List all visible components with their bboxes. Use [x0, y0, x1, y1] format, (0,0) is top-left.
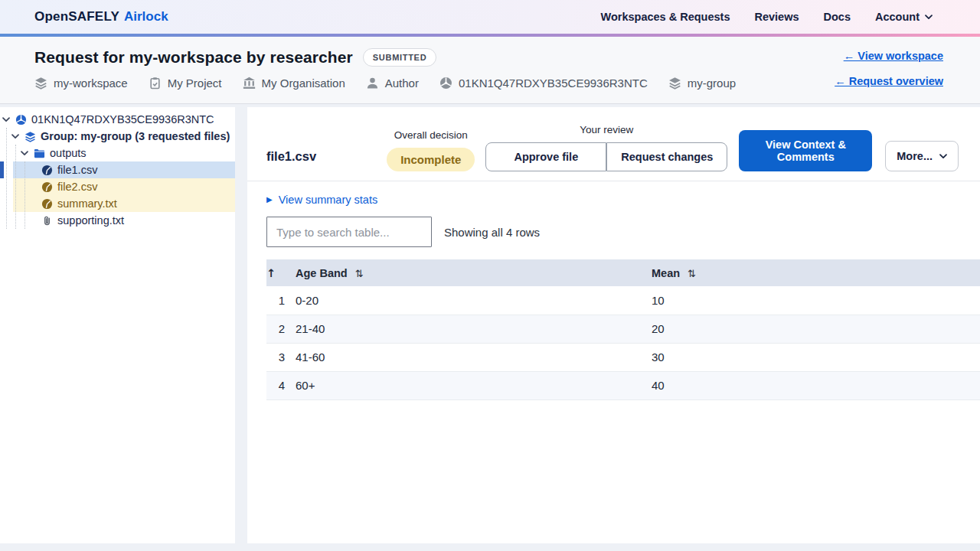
request-overview-link[interactable]: ← Request overview — [835, 75, 943, 87]
table-controls: Showing all 4 rows — [266, 217, 980, 247]
disclosure-triangle-icon: ▶ — [266, 196, 273, 204]
row-index: 2 — [266, 315, 296, 343]
column-header-mean[interactable]: Mean⇅ — [652, 259, 980, 286]
table-row: 1 0-20 10 — [266, 286, 980, 315]
meta-group: my-group — [668, 77, 736, 90]
tree-file-file1[interactable]: file1.csv — [0, 161, 235, 178]
view-context-comments-button[interactable]: View Context & Comments — [739, 130, 872, 171]
chevron-down-icon[interactable] — [2, 116, 11, 124]
file-detail-panel: file1.csv Overall decision Incomplete Yo… — [247, 107, 980, 543]
overall-decision-block: Overall decision Incomplete — [387, 129, 475, 171]
meta-organisation-label: My Organisation — [262, 77, 345, 90]
layers-icon — [34, 77, 47, 90]
meta-request-id: 01KN1Q47RDXYB35CE9936R3NTC — [439, 77, 648, 90]
row-index: 3 — [266, 343, 296, 371]
chevron-down-icon — [925, 15, 933, 20]
paperclip-icon — [41, 215, 53, 227]
request-header: Request for my-workspace by researcher S… — [0, 37, 980, 104]
cell-mean: 40 — [652, 371, 980, 399]
tree-file-summary[interactable]: summary.txt — [0, 195, 235, 212]
chevron-down-icon — [939, 154, 947, 159]
page-title: Request for my-workspace by researcher — [34, 48, 353, 67]
clipboard-icon — [149, 77, 162, 90]
csv-file-icon — [41, 198, 53, 210]
tree-node-outputs-label: outputs — [50, 147, 87, 159]
meta-group-label: my-group — [688, 77, 736, 90]
view-summary-stats-toggle[interactable]: ▶ View summary stats — [266, 194, 377, 206]
cell-mean: 10 — [652, 286, 980, 315]
meta-project-label: My Project — [168, 77, 222, 90]
cell-age-band: 60+ — [296, 371, 652, 399]
sort-icon: ⇅ — [688, 268, 696, 279]
nav-account-label: Account — [875, 11, 920, 23]
cell-age-band: 41-60 — [296, 343, 652, 371]
cell-age-band: 0-20 — [296, 286, 652, 315]
tree-file-summary-label: summary.txt — [57, 197, 117, 210]
table-row: 4 60+ 40 — [266, 371, 980, 399]
table-search-input[interactable] — [266, 217, 432, 247]
cell-mean: 20 — [652, 315, 980, 343]
tree-file-file1-label: file1.csv — [57, 164, 97, 176]
logo-opensafely: OpenSAFELY — [34, 9, 119, 24]
request-icon — [439, 77, 452, 90]
folder-icon — [34, 148, 45, 159]
review-button-group: Approve file Request changes — [485, 142, 727, 171]
status-badge: SUBMITTED — [363, 48, 436, 67]
top-navigation: OpenSAFELY Airlock Workspaces & Requests… — [0, 0, 980, 34]
csv-file-icon — [41, 165, 53, 176]
row-index: 4 — [266, 371, 296, 399]
app-logo[interactable]: OpenSAFELY Airlock — [34, 9, 168, 24]
tree-guide-line — [24, 161, 25, 229]
request-changes-button[interactable]: Request changes — [606, 142, 727, 171]
nav-reviews[interactable]: Reviews — [754, 11, 799, 23]
tree-file-supporting-label: supporting.txt — [57, 214, 124, 227]
tree-node-request-label: 01KN1Q47RDXYB35CE9936R3NTC — [31, 113, 214, 126]
meta-request-id-label: 01KN1Q47RDXYB35CE9936R3NTC — [459, 77, 648, 90]
tree-file-supporting[interactable]: supporting.txt — [0, 212, 235, 229]
index-sort-header[interactable]: ↑ — [266, 259, 296, 286]
tree-file-file2[interactable]: file2.csv — [0, 178, 235, 195]
request-icon — [15, 114, 27, 126]
csv-file-icon — [41, 181, 53, 193]
table-row: 2 21-40 20 — [266, 315, 980, 343]
meta-organisation: My Organisation — [243, 77, 345, 90]
sort-icon: ⇅ — [355, 268, 364, 279]
meta-author: Author — [366, 77, 419, 90]
row-count-text: Showing all 4 rows — [444, 226, 540, 239]
file-review-toolbar: file1.csv Overall decision Incomplete Yo… — [266, 124, 980, 171]
more-button-label: More... — [897, 150, 933, 162]
age-band-header-label: Age Band — [296, 267, 348, 279]
tree-guide-line — [15, 145, 16, 229]
meta-workspace-label: my-workspace — [54, 77, 128, 90]
nav-workspaces-requests[interactable]: Workspaces & Requests — [601, 11, 730, 23]
view-workspace-link[interactable]: ← View workspace — [844, 50, 943, 62]
file-title: file1.csv — [266, 149, 316, 164]
file-tree-sidebar: 01KN1Q47RDXYB35CE9936R3NTC Group: my-gro… — [0, 107, 235, 543]
nav-account[interactable]: Account — [875, 11, 933, 23]
nav-docs[interactable]: Docs — [824, 11, 851, 23]
request-meta: my-workspace My Project My Organisation … — [34, 77, 736, 90]
nav-menu: Workspaces & Requests Reviews Docs Accou… — [601, 11, 933, 23]
sort-asc-icon: ↑ — [266, 267, 276, 279]
your-review-block: Your review Approve file Request changes — [485, 124, 727, 171]
column-header-age-band[interactable]: Age Band⇅ — [296, 259, 652, 286]
data-table: ↑ Age Band⇅ Mean⇅ 1 0-20 10 2 21-40 20 3 — [266, 259, 980, 400]
tree-node-group[interactable]: Group: my-group (3 requested files) — [0, 128, 235, 145]
bank-icon — [243, 77, 256, 90]
chevron-down-icon[interactable] — [21, 149, 29, 158]
chevron-down-icon[interactable] — [11, 132, 20, 141]
tree-guide-line — [6, 128, 7, 229]
more-button[interactable]: More... — [885, 141, 959, 171]
view-summary-stats-label: View summary stats — [279, 194, 377, 206]
tree-node-outputs-folder[interactable]: outputs — [0, 145, 235, 161]
tree-file-file2-label: file2.csv — [57, 181, 97, 193]
user-icon — [366, 77, 379, 90]
logo-airlock: Airlock — [124, 9, 168, 24]
overall-decision-label: Overall decision — [394, 129, 468, 141]
meta-author-label: Author — [385, 77, 419, 90]
mean-header-label: Mean — [652, 267, 680, 279]
approve-file-button[interactable]: Approve file — [485, 142, 606, 171]
tree-node-request[interactable]: 01KN1Q47RDXYB35CE9936R3NTC — [0, 111, 235, 128]
layers-icon — [668, 77, 681, 90]
meta-workspace: my-workspace — [34, 77, 128, 90]
